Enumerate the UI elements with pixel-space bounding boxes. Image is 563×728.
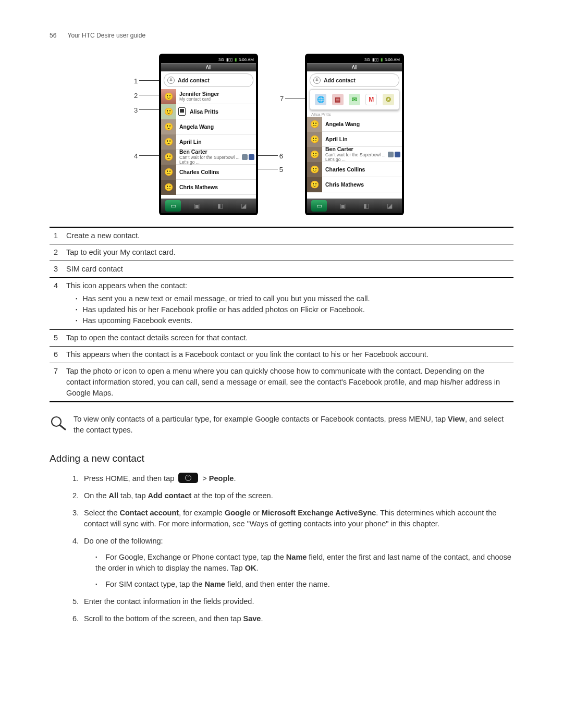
legend-text: This appears when the contact is a Faceb…	[64, 346, 513, 363]
avatar[interactable]: 🙂	[161, 134, 176, 150]
legend-text: SIM card contact	[64, 261, 513, 278]
contact-row[interactable]: 🙂 Ben Carter Can't wait for the Superbow…	[161, 150, 256, 165]
callout-line	[256, 155, 278, 156]
phone-frame: 3G ▮▯▯ ▮ 3:06 AM All + Add contact 🌐 ▤ ✉…	[305, 54, 404, 215]
legend-4b: Has updated his or her Facebook profile …	[76, 304, 509, 315]
bottom-tab-3[interactable]: ◧	[359, 200, 374, 212]
callout-line	[256, 169, 278, 169]
contact-name: Chris Mathews	[325, 182, 402, 188]
bottom-tab-4[interactable]: ◪	[236, 200, 252, 212]
legend-text: This icon appears when the contact: Has …	[64, 278, 513, 329]
status-bar: 3G ▮▯▯ ▮ 3:06 AM	[161, 56, 256, 63]
contact-sub: My contact card	[179, 97, 256, 102]
avatar[interactable]: 🙂	[161, 89, 176, 104]
add-contact-label: Add contact	[178, 77, 210, 84]
contact-row[interactable]: 🙂 Chris Mathews	[307, 177, 402, 192]
section-heading: Adding a new contact	[50, 451, 513, 466]
avatar[interactable]: 🙂	[307, 162, 322, 177]
contact-row[interactable]: 🙂 Alisa Pritts	[161, 104, 256, 119]
battery-icon: ▮	[235, 57, 237, 63]
bottom-tab-2[interactable]: ▣	[189, 200, 204, 212]
quick-map-icon[interactable]: ✪	[383, 94, 394, 105]
contact-row[interactable]: 🙂 Angela Wang	[161, 119, 256, 134]
bottom-tab-4[interactable]: ◪	[382, 200, 398, 212]
add-contact-button[interactable]: + Add contact	[164, 73, 253, 87]
plus-icon: +	[167, 77, 175, 84]
notification-icon	[388, 152, 394, 157]
callout-legend: 1 Create a new contact. 2 Tap to edit yo…	[50, 227, 513, 402]
legend-num: 7	[50, 363, 64, 402]
battery-icon: ▮	[381, 57, 383, 63]
legend-num: 5	[50, 329, 64, 346]
magnifier-icon	[50, 415, 66, 435]
apps-button-icon	[178, 473, 198, 483]
plus-icon: +	[313, 77, 321, 84]
legend-text: Tap the photo or icon to open a menu whe…	[64, 363, 513, 402]
bottom-tab-3[interactable]: ◧	[213, 200, 228, 212]
bottom-tab-people[interactable]: ▭	[165, 200, 181, 212]
step-6: Scroll to the bottom of the screen, and …	[81, 613, 513, 624]
clock: 3:06 AM	[385, 57, 400, 63]
screenshot-left: 1 2 3 4 5 6 3G ▮▯▯ ▮ 3:06 AM All + Add c…	[159, 54, 258, 215]
legend-text: Tap to open the contact details screen f…	[64, 329, 513, 346]
svg-line-1	[60, 425, 65, 429]
contact-row[interactable]: 🙂 Charles Collins	[161, 165, 256, 180]
step-1: Press HOME, and then tap > People.	[81, 473, 513, 484]
contact-row[interactable]: 🙂 Ben Carter Can't wait for the Superbow…	[307, 147, 402, 162]
step-4a: For Google, Exchange or Phone contact ty…	[95, 552, 513, 574]
remnant-name: Alisa Pritts	[307, 112, 402, 117]
contact-name: April Lin	[179, 139, 256, 145]
callout-line	[139, 95, 161, 95]
network-icon: 3G	[218, 57, 224, 63]
callout-line	[139, 80, 161, 81]
callout-3: 3	[134, 106, 138, 116]
quick-contact-menu[interactable]: 🌐 ▤ ✉︎ M ✪	[310, 89, 399, 110]
avatar[interactable]: 🙂	[307, 132, 322, 147]
legend-4-intro: This icon appears when the contact:	[66, 281, 187, 290]
avatar[interactable]: 🙂	[161, 119, 176, 134]
callout-line	[285, 98, 307, 98]
avatar[interactable]: 🙂	[307, 117, 322, 132]
clock: 3:06 AM	[239, 57, 254, 63]
contact-row[interactable]: 🙂 Angela Wang	[307, 117, 402, 132]
avatar[interactable]: 🙂	[161, 165, 176, 180]
sim-icon	[178, 107, 186, 116]
contact-list: + Add contact 🌐 ▤ ✉︎ M ✪ Alisa Pritts 🙂 …	[307, 71, 402, 199]
facebook-icon	[395, 152, 400, 157]
avatar[interactable]: 🙂	[307, 177, 322, 192]
avatar[interactable]: 🙂	[161, 104, 176, 119]
callout-line	[139, 155, 161, 156]
legend-num: 4	[50, 278, 64, 329]
step-4b: For SIM contact type, tap the Name field…	[95, 579, 513, 590]
contact-status: Can't wait for the Superbowl ... Let's g…	[179, 155, 242, 165]
status-bar: 3G ▮▯▯ ▮ 3:06 AM	[307, 56, 402, 63]
avatar[interactable]: 🙂	[307, 147, 322, 162]
contact-row[interactable]: 🙂 April Lin	[307, 132, 402, 147]
steps-list: Press HOME, and then tap > People. On th…	[50, 473, 513, 624]
callout-4: 4	[134, 152, 138, 162]
quick-card-icon[interactable]: ▤	[332, 94, 344, 105]
step-5: Enter the contact information in the fie…	[81, 596, 513, 607]
my-contact-row[interactable]: 🙂 Jennifer Singer My contact card	[161, 89, 256, 104]
quick-gmail-icon[interactable]: M	[365, 94, 377, 105]
bottom-tab-people[interactable]: ▭	[311, 200, 327, 212]
guide-title: Your HTC Desire user guide	[67, 32, 145, 39]
tab-all[interactable]: All	[161, 63, 256, 71]
legend-num: 6	[50, 346, 64, 363]
bottom-tab-2[interactable]: ▣	[335, 200, 350, 212]
bottom-bar: ▭ ▣ ◧ ◪	[161, 199, 256, 213]
quick-chat-icon[interactable]: ✉︎	[349, 94, 360, 105]
add-contact-button[interactable]: + Add contact	[310, 73, 399, 87]
avatar[interactable]: 🙂	[161, 180, 176, 195]
contact-row[interactable]: 🙂 April Lin	[161, 134, 256, 150]
callout-5: 5	[279, 165, 283, 175]
quick-web-icon[interactable]: 🌐	[315, 94, 326, 105]
contact-name: Charles Collins	[325, 167, 402, 173]
callout-1: 1	[134, 77, 138, 87]
contact-row[interactable]: 🙂 Chris Mathews	[161, 180, 256, 195]
contact-row[interactable]: 🙂 Charles Collins	[307, 162, 402, 177]
avatar[interactable]: 🙂	[161, 150, 176, 165]
contact-name: Angela Wang	[179, 124, 256, 130]
contact-list: + Add contact 🙂 Jennifer Singer My conta…	[161, 71, 256, 199]
tab-all[interactable]: All	[307, 63, 402, 71]
